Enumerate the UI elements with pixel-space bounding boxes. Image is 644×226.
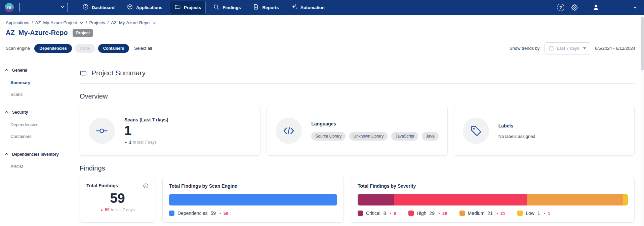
legend-trend-value: 21: [500, 211, 505, 216]
legend-label: Low: [526, 211, 534, 216]
sidebar-section-label: Security: [12, 110, 28, 115]
sidebar: General Summary Scans Security Dependenc…: [0, 61, 73, 223]
gear-icon[interactable]: [571, 4, 578, 11]
legend-critical: Critical 8 ▲ 8: [358, 211, 396, 216]
sidebar-item-sbom[interactable]: SBOM: [0, 161, 73, 173]
legend-value: 1: [537, 211, 540, 216]
scans-card-title: Scans (Last 7 days): [124, 117, 168, 122]
bar-segment-high: [394, 194, 527, 205]
total-findings-card: Total Findings 59 ▲ 59 in last 7 days: [80, 177, 155, 223]
folder-icon: [174, 4, 181, 11]
legend-swatch: [459, 211, 465, 216]
legend-label: Medium: [468, 211, 485, 216]
findings-cards: Total Findings 59 ▲ 59 in last 7 days To…: [80, 177, 635, 223]
breadcrumb: Applications / AZ_My-Azure-Project / Pro…: [0, 15, 644, 25]
scrollbar-track[interactable]: [641, 15, 644, 226]
toggle-code[interactable]: Code: [75, 44, 95, 53]
sidebar-section-general[interactable]: General: [0, 64, 73, 77]
calendar-icon: [549, 46, 554, 51]
languages-card-title: Languages: [311, 121, 438, 126]
scans-card: Scans (Last 7 days) 1 ▲ 1 in last 7 days: [80, 106, 260, 156]
total-findings-trend-suffix: in last 7 days: [111, 208, 135, 212]
sidebar-section-label: Dependencies Inventory: [12, 152, 59, 157]
language-tag: JavaScript: [391, 132, 418, 141]
chevron-up-icon: [5, 110, 8, 115]
user-avatar-icon[interactable]: [592, 3, 600, 11]
trend-up-icon: ▲: [438, 212, 441, 215]
help-icon[interactable]: ?: [557, 4, 564, 11]
bar-segment-critical: [358, 194, 394, 205]
trend-up-icon: ▲: [496, 212, 499, 215]
findings-by-scan-engine-card: Total Findings by Scan Engine Dependenci…: [162, 177, 344, 223]
breadcrumb-applications[interactable]: Applications: [6, 20, 29, 25]
mend-logo[interactable]: m: [5, 3, 14, 12]
navbar-divider: [585, 3, 585, 12]
nav-item-reports[interactable]: Reports: [248, 1, 283, 14]
trend-up-icon: ▲: [100, 209, 103, 212]
chevron-down-icon[interactable]: [80, 21, 83, 25]
legend-label: Dependencies: [177, 211, 208, 216]
scrollbar-thumb[interactable]: [641, 17, 644, 71]
search-icon: [213, 4, 219, 11]
legend-trend-value: 59: [224, 211, 228, 216]
toggle-containers[interactable]: Containers: [98, 44, 129, 53]
bar-segment-dependencies: [169, 194, 337, 205]
trend-up-icon: ▲: [124, 141, 127, 144]
breadcrumb-separator: /: [108, 20, 109, 25]
sidebar-item-scans[interactable]: Scans: [0, 88, 73, 100]
breadcrumb-projects[interactable]: Projects: [89, 20, 105, 25]
org-selector-dropdown[interactable]: [19, 3, 68, 12]
total-findings-value: 59: [86, 190, 149, 206]
legend-swatch: [517, 211, 523, 216]
filter-row: Scan engine Dependencies Code Containers…: [0, 37, 644, 55]
nav-item-automation[interactable]: Automation: [287, 1, 329, 14]
nav-item-dashboard[interactable]: Dashboard: [78, 1, 119, 14]
select-all-link[interactable]: Select all: [134, 46, 152, 51]
toggle-dependencies[interactable]: Dependencies: [34, 44, 72, 53]
page-title: AZ_My-Azure-Repo: [6, 29, 68, 37]
labels-card: Labels No labels assigned: [454, 106, 635, 156]
bar-segment-low: [623, 194, 628, 205]
account-chevron-down-icon[interactable]: [633, 5, 637, 10]
languages-card: Languages Source Library Unknown Library…: [267, 106, 447, 156]
language-tags: Source Library Unknown Library JavaScrip…: [311, 132, 438, 141]
chevron-down-icon: [583, 47, 586, 49]
title-row: AZ_My-Azure-Repo Project: [0, 25, 644, 37]
legend-value: 59: [211, 211, 216, 216]
sidebar-section-dependencies-inventory[interactable]: Dependencies Inventory: [0, 148, 73, 161]
scan-engine-bar: [169, 194, 337, 205]
sidebar-section-label: General: [12, 68, 27, 73]
nav-item-applications[interactable]: Applications: [122, 1, 167, 14]
info-icon[interactable]: [143, 183, 149, 189]
chevron-down-icon: [61, 4, 65, 10]
nav-item-findings[interactable]: Findings: [209, 1, 245, 14]
top-navbar: m Dashboard Applications Projects: [0, 0, 644, 15]
nav-item-label: Dashboard: [92, 5, 115, 10]
cube-icon: [127, 4, 133, 11]
language-tag: Java: [422, 132, 438, 141]
sidebar-item-dependencies[interactable]: Dependencies: [0, 119, 73, 130]
nav-item-label: Projects: [184, 5, 201, 10]
breadcrumb-project-name[interactable]: AZ_My-Azure-Repo: [111, 20, 150, 25]
language-tag: Source Library: [311, 132, 346, 141]
sidebar-item-containers[interactable]: Containers: [0, 130, 73, 142]
section-divider: [80, 83, 635, 84]
breadcrumb-application-name[interactable]: AZ_My-Azure-Project: [35, 20, 77, 25]
scans-trend-suffix: in last 7 days: [133, 140, 157, 145]
trends-period-dropdown[interactable]: Last 7 days: [545, 42, 591, 54]
by-severity-title: Total Findings by Severity: [358, 183, 416, 189]
sidebar-section-security[interactable]: Security: [0, 106, 73, 119]
legend-low: Low 1 ▲ 1: [517, 211, 550, 216]
breadcrumb-separator: /: [86, 20, 87, 25]
chevron-down-icon[interactable]: [152, 21, 156, 25]
scan-engine-toggles: Dependencies Code Containers: [34, 44, 129, 53]
sidebar-divider: [0, 103, 73, 103]
findings-heading: Findings: [80, 164, 635, 172]
sidebar-item-summary[interactable]: Summary: [0, 77, 73, 88]
nav-item-projects[interactable]: Projects: [170, 1, 205, 14]
trends-controls: Show trends by Last 7 days 6/5/2024 - 6/…: [510, 42, 635, 54]
scans-trend-value: 1: [129, 140, 131, 145]
report-file-icon: [253, 4, 259, 11]
gauge-icon: [82, 4, 89, 11]
legend-trend-value: 8: [394, 211, 396, 216]
